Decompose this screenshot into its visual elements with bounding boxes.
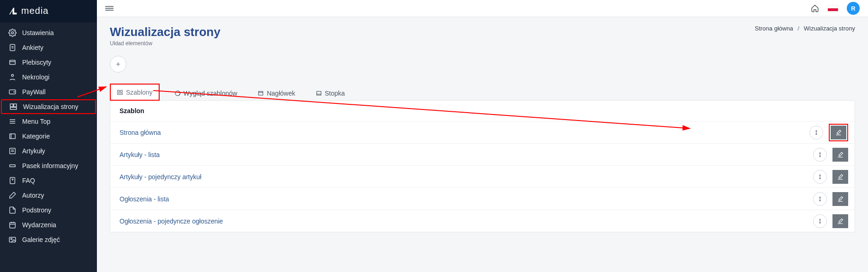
template-name-link[interactable]: Ogłoszenia - pojedyncze ogłoszenie: [120, 218, 223, 225]
page-head: Wizualizacja strony Układ elementów Stro…: [110, 25, 855, 47]
updown-icon: [817, 174, 823, 180]
reorder-button[interactable]: [813, 192, 827, 206]
sidebar-item-nekrologi[interactable]: Nekrologi: [0, 70, 97, 85]
edit-highlight-box: [829, 124, 848, 141]
sidebar-item-wydarzenia[interactable]: Wydarzenia: [0, 218, 97, 232]
svg-rect-31: [118, 90, 120, 92]
layout-icon: [9, 103, 18, 111]
avatar[interactable]: R: [847, 2, 860, 15]
edit-button[interactable]: [832, 214, 848, 228]
sidebar-item-wizualizacja[interactable]: Wizualizacja strony: [1, 99, 96, 114]
sidebar: media Ustawienia Ankiety Plebiscyty Nekr…: [0, 0, 97, 272]
table-row: Artykuły - pojedynczy artykuł: [110, 165, 855, 187]
template-name-link[interactable]: Artykuły - lista: [120, 151, 160, 158]
page-subtitle: Układ elementów: [110, 40, 221, 47]
templates-icon: [117, 89, 123, 96]
breadcrumb-current: Wizualizacja strony: [804, 25, 855, 32]
updown-icon: [817, 151, 823, 158]
sidebar-item-label: Pasek informacyjny: [22, 162, 78, 169]
sidebar-item-label: Autorzy: [22, 192, 44, 199]
reorder-button[interactable]: [813, 148, 827, 162]
menu-icon: [8, 117, 17, 126]
svg-rect-9: [10, 104, 13, 107]
sidebar-item-faq[interactable]: FAQ: [0, 173, 97, 188]
template-name-link[interactable]: Artykuły - pojedynczy artykuł: [120, 173, 201, 181]
table-row: Strona główna: [110, 121, 855, 143]
tab-wyglad[interactable]: Wygląd szablonów: [169, 86, 243, 101]
page-icon: [8, 206, 17, 214]
updown-icon: [817, 218, 823, 224]
sidebar-item-label: Artykuły: [22, 147, 45, 155]
edit-button[interactable]: [832, 148, 848, 162]
topbar: R: [97, 0, 868, 17]
edit-button[interactable]: [832, 192, 848, 206]
sidebar-item-label: Galerie zdjęć: [22, 236, 60, 243]
template-name-link[interactable]: Strona główna: [120, 129, 161, 136]
sidebar-item-label: Wizualizacja strony: [23, 103, 78, 110]
svg-rect-35: [259, 91, 263, 95]
sidebar-item-ustawienia[interactable]: Ustawienia: [0, 25, 97, 40]
sidebar-item-pasekinfo[interactable]: Pasek informacyjny: [0, 158, 97, 173]
edit-button[interactable]: [832, 170, 848, 184]
topbar-right: R: [811, 2, 860, 15]
tab-naglowek[interactable]: Nagłówek: [252, 86, 300, 101]
person-icon: [8, 73, 17, 81]
sidebar-item-label: Wydarzenia: [22, 221, 56, 229]
tab-label: Stopka: [325, 90, 345, 97]
templates-panel: Szablon Strona główna Artykuły - lista A…: [110, 100, 855, 232]
sidebar-item-menutop[interactable]: Menu Top: [0, 114, 97, 129]
edit-icon: [837, 218, 844, 224]
header-icon: [257, 90, 264, 97]
add-button[interactable]: [110, 56, 126, 73]
svg-rect-37: [317, 91, 321, 95]
sidebar-item-paywall[interactable]: PayWall: [0, 85, 97, 99]
table-row: Artykuły - lista: [110, 143, 855, 165]
reorder-button[interactable]: [813, 214, 827, 228]
tab-label: Nagłówek: [267, 90, 295, 97]
tab-szablony[interactable]: Szablony: [111, 85, 159, 100]
sidebar-item-autorzy[interactable]: Autorzy: [0, 188, 97, 203]
svg-point-6: [12, 74, 14, 77]
newspaper-icon: [8, 147, 17, 155]
sidebar-item-label: Plebiscyty: [22, 59, 51, 66]
edit-icon: [837, 174, 844, 180]
reorder-button[interactable]: [813, 170, 827, 184]
tab-label: Szablony: [126, 89, 153, 96]
image-icon: [8, 236, 17, 244]
svg-rect-20: [10, 165, 15, 167]
breadcrumb: Strona główna / Wizualizacja strony: [755, 25, 855, 32]
svg-rect-32: [120, 90, 122, 92]
award-icon: [8, 58, 17, 66]
edit-icon: [837, 151, 844, 158]
svg-rect-4: [10, 60, 15, 65]
sidebar-item-ankiety[interactable]: Ankiety: [0, 40, 97, 55]
edit-icon: [835, 129, 842, 136]
home-icon[interactable]: [811, 4, 819, 12]
footer-icon: [316, 90, 322, 97]
sidebar-item-plebiscyty[interactable]: Plebiscyty: [0, 55, 97, 70]
gear-icon: [8, 29, 17, 37]
breadcrumb-root[interactable]: Strona główna: [755, 25, 793, 32]
sidebar-item-label: Kategorie: [22, 133, 50, 140]
tab-stopka[interactable]: Stopka: [310, 86, 351, 101]
tabs: Szablony Wygląd szablonów Nagłówek Stopk…: [110, 84, 855, 101]
sidebar-item-galerie[interactable]: Galerie zdjęć: [0, 232, 97, 247]
brand-text: media: [21, 6, 48, 16]
sidebar-item-artykuly[interactable]: Artykuły: [0, 144, 97, 158]
sidebar-item-podstrony[interactable]: Podstrony: [0, 203, 97, 218]
sidebar-item-label: Nekrologi: [22, 73, 49, 81]
edit-button[interactable]: [831, 126, 846, 139]
pen-icon: [8, 191, 17, 199]
svg-rect-10: [14, 104, 17, 107]
reorder-button[interactable]: [809, 126, 823, 139]
brand[interactable]: media: [0, 0, 97, 23]
breadcrumb-separator: /: [797, 25, 799, 32]
column-header: Szablon: [110, 101, 855, 121]
page-title: Wizualizacja strony: [110, 25, 221, 39]
template-name-link[interactable]: Ogłoszenia - lista: [120, 195, 169, 203]
clipboard-icon: [8, 43, 17, 52]
sidebar-item-kategorie[interactable]: Kategorie: [0, 129, 97, 144]
flag-pl-icon[interactable]: [827, 5, 838, 12]
sidebar-item-label: Ankiety: [22, 44, 43, 51]
burger-icon[interactable]: [105, 5, 114, 12]
